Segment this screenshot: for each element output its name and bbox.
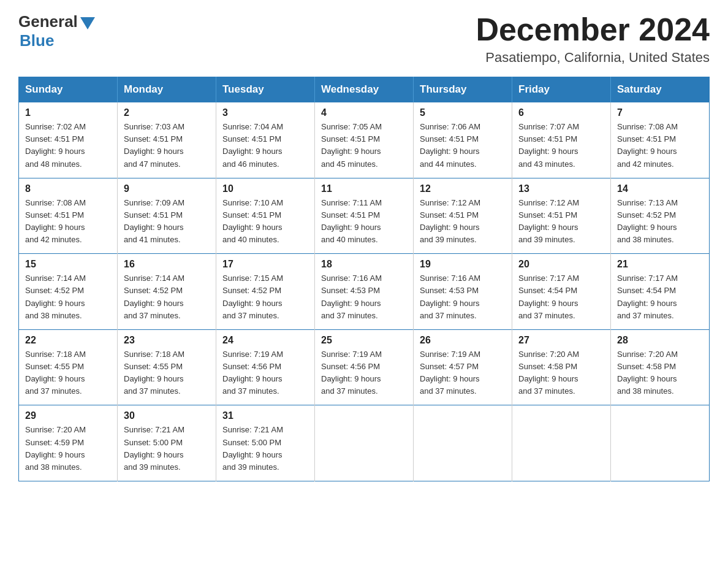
calendar-cell: 26Sunrise: 7:19 AMSunset: 4:57 PMDayligh… <box>414 329 512 405</box>
logo-triangle-icon <box>80 17 95 29</box>
day-info: Sunrise: 7:21 AMSunset: 5:00 PMDaylight:… <box>222 424 308 473</box>
day-number: 31 <box>222 410 308 421</box>
day-number: 1 <box>25 107 111 118</box>
day-info: Sunrise: 7:12 AMSunset: 4:51 PMDaylight:… <box>420 197 506 247</box>
calendar-cell: 14Sunrise: 7:13 AMSunset: 4:52 PMDayligh… <box>611 178 710 254</box>
day-number: 29 <box>25 410 111 421</box>
day-number: 9 <box>124 183 210 194</box>
day-number: 30 <box>124 410 210 421</box>
day-info: Sunrise: 7:02 AMSunset: 4:51 PMDaylight:… <box>25 121 111 170</box>
day-number: 22 <box>25 335 111 346</box>
day-number: 18 <box>321 259 407 270</box>
location-subtitle: Pasatiempo, California, United States <box>476 50 710 66</box>
calendar-cell: 19Sunrise: 7:16 AMSunset: 4:53 PMDayligh… <box>414 254 512 330</box>
calendar-cell: 28Sunrise: 7:20 AMSunset: 4:58 PMDayligh… <box>611 329 710 405</box>
day-info: Sunrise: 7:18 AMSunset: 4:55 PMDaylight:… <box>124 348 210 398</box>
day-number: 24 <box>222 335 308 346</box>
day-number: 12 <box>420 183 506 194</box>
day-info: Sunrise: 7:08 AMSunset: 4:51 PMDaylight:… <box>617 121 703 170</box>
month-title: December 2024 <box>476 12 710 47</box>
day-info: Sunrise: 7:14 AMSunset: 4:52 PMDaylight:… <box>25 272 111 322</box>
day-number: 13 <box>518 183 604 194</box>
day-info: Sunrise: 7:19 AMSunset: 4:56 PMDaylight:… <box>321 348 407 398</box>
day-info: Sunrise: 7:12 AMSunset: 4:51 PMDaylight:… <box>518 197 604 247</box>
calendar-cell: 29Sunrise: 7:20 AMSunset: 4:59 PMDayligh… <box>19 405 118 481</box>
logo-blue-text: Blue <box>20 31 54 50</box>
calendar-cell: 15Sunrise: 7:14 AMSunset: 4:52 PMDayligh… <box>19 254 118 330</box>
day-number: 20 <box>518 259 604 270</box>
day-info: Sunrise: 7:16 AMSunset: 4:53 PMDaylight:… <box>420 272 506 322</box>
logo: General Blue <box>18 12 95 50</box>
day-number: 14 <box>617 183 703 194</box>
calendar-cell: 27Sunrise: 7:20 AMSunset: 4:58 PMDayligh… <box>512 329 611 405</box>
calendar-cell: 25Sunrise: 7:19 AMSunset: 4:56 PMDayligh… <box>315 329 414 405</box>
day-info: Sunrise: 7:20 AMSunset: 4:58 PMDaylight:… <box>617 348 703 398</box>
page-header: General Blue December 2024 Pasatiempo, C… <box>18 12 710 66</box>
day-info: Sunrise: 7:06 AMSunset: 4:51 PMDaylight:… <box>420 121 506 170</box>
calendar-cell: 23Sunrise: 7:18 AMSunset: 4:55 PMDayligh… <box>118 329 216 405</box>
calendar-cell <box>611 405 710 481</box>
day-info: Sunrise: 7:09 AMSunset: 4:51 PMDaylight:… <box>124 197 210 247</box>
calendar-cell: 3Sunrise: 7:04 AMSunset: 4:51 PMDaylight… <box>216 102 315 178</box>
day-info: Sunrise: 7:20 AMSunset: 4:59 PMDaylight:… <box>25 424 111 473</box>
calendar-cell: 11Sunrise: 7:11 AMSunset: 4:51 PMDayligh… <box>315 178 414 254</box>
day-number: 5 <box>420 107 506 118</box>
weekday-header-wednesday: Wednesday <box>315 77 414 102</box>
day-info: Sunrise: 7:08 AMSunset: 4:51 PMDaylight:… <box>25 197 111 247</box>
weekday-header-thursday: Thursday <box>414 77 512 102</box>
weekday-header-tuesday: Tuesday <box>216 77 315 102</box>
day-info: Sunrise: 7:20 AMSunset: 4:58 PMDaylight:… <box>518 348 604 398</box>
calendar-cell: 8Sunrise: 7:08 AMSunset: 4:51 PMDaylight… <box>19 178 118 254</box>
day-number: 6 <box>518 107 604 118</box>
calendar-cell: 10Sunrise: 7:10 AMSunset: 4:51 PMDayligh… <box>216 178 315 254</box>
calendar-cell: 9Sunrise: 7:09 AMSunset: 4:51 PMDaylight… <box>118 178 216 254</box>
day-info: Sunrise: 7:04 AMSunset: 4:51 PMDaylight:… <box>222 121 308 170</box>
day-info: Sunrise: 7:17 AMSunset: 4:54 PMDaylight:… <box>617 272 703 322</box>
day-info: Sunrise: 7:19 AMSunset: 4:56 PMDaylight:… <box>222 348 308 398</box>
day-number: 8 <box>25 183 111 194</box>
day-number: 15 <box>25 259 111 270</box>
day-number: 16 <box>124 259 210 270</box>
weekday-header-saturday: Saturday <box>611 77 710 102</box>
day-number: 26 <box>420 335 506 346</box>
day-info: Sunrise: 7:17 AMSunset: 4:54 PMDaylight:… <box>518 272 604 322</box>
weekday-header-sunday: Sunday <box>19 77 118 102</box>
day-number: 3 <box>222 107 308 118</box>
calendar-cell: 20Sunrise: 7:17 AMSunset: 4:54 PMDayligh… <box>512 254 611 330</box>
day-number: 17 <box>222 259 308 270</box>
calendar-week-row: 22Sunrise: 7:18 AMSunset: 4:55 PMDayligh… <box>19 329 710 405</box>
day-info: Sunrise: 7:21 AMSunset: 5:00 PMDaylight:… <box>124 424 210 473</box>
day-number: 27 <box>518 335 604 346</box>
calendar-cell: 22Sunrise: 7:18 AMSunset: 4:55 PMDayligh… <box>19 329 118 405</box>
day-info: Sunrise: 7:16 AMSunset: 4:53 PMDaylight:… <box>321 272 407 322</box>
calendar-cell <box>512 405 611 481</box>
calendar-cell: 6Sunrise: 7:07 AMSunset: 4:51 PMDaylight… <box>512 102 611 178</box>
calendar-cell <box>315 405 414 481</box>
day-info: Sunrise: 7:11 AMSunset: 4:51 PMDaylight:… <box>321 197 407 247</box>
day-number: 10 <box>222 183 308 194</box>
day-info: Sunrise: 7:18 AMSunset: 4:55 PMDaylight:… <box>25 348 111 398</box>
weekday-header-monday: Monday <box>118 77 216 102</box>
day-number: 4 <box>321 107 407 118</box>
day-number: 2 <box>124 107 210 118</box>
calendar-cell: 24Sunrise: 7:19 AMSunset: 4:56 PMDayligh… <box>216 329 315 405</box>
calendar-cell: 21Sunrise: 7:17 AMSunset: 4:54 PMDayligh… <box>611 254 710 330</box>
day-info: Sunrise: 7:05 AMSunset: 4:51 PMDaylight:… <box>321 121 407 170</box>
calendar-cell: 7Sunrise: 7:08 AMSunset: 4:51 PMDaylight… <box>611 102 710 178</box>
calendar-cell <box>414 405 512 481</box>
calendar-cell: 30Sunrise: 7:21 AMSunset: 5:00 PMDayligh… <box>118 405 216 481</box>
day-info: Sunrise: 7:14 AMSunset: 4:52 PMDaylight:… <box>124 272 210 322</box>
day-info: Sunrise: 7:15 AMSunset: 4:52 PMDaylight:… <box>222 272 308 322</box>
day-number: 28 <box>617 335 703 346</box>
day-info: Sunrise: 7:10 AMSunset: 4:51 PMDaylight:… <box>222 197 308 247</box>
calendar-cell: 2Sunrise: 7:03 AMSunset: 4:51 PMDaylight… <box>118 102 216 178</box>
calendar-cell: 1Sunrise: 7:02 AMSunset: 4:51 PMDaylight… <box>19 102 118 178</box>
day-number: 23 <box>124 335 210 346</box>
calendar-cell: 5Sunrise: 7:06 AMSunset: 4:51 PMDaylight… <box>414 102 512 178</box>
calendar-week-row: 15Sunrise: 7:14 AMSunset: 4:52 PMDayligh… <box>19 254 710 330</box>
calendar-week-row: 1Sunrise: 7:02 AMSunset: 4:51 PMDaylight… <box>19 102 710 178</box>
day-info: Sunrise: 7:07 AMSunset: 4:51 PMDaylight:… <box>518 121 604 170</box>
logo-general-text: General <box>18 12 78 31</box>
day-info: Sunrise: 7:03 AMSunset: 4:51 PMDaylight:… <box>124 121 210 170</box>
calendar-cell: 31Sunrise: 7:21 AMSunset: 5:00 PMDayligh… <box>216 405 315 481</box>
